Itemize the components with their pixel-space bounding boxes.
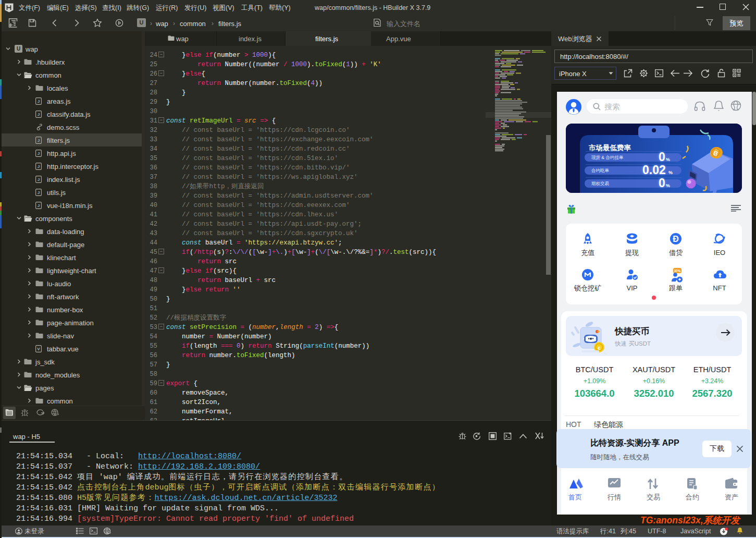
svg-text:J: J [38, 203, 40, 208]
svg-text:V: V [37, 347, 40, 351]
svg-text:J: J [38, 164, 40, 169]
svg-text:J: J [38, 138, 40, 143]
svg-text:%: % [666, 182, 670, 189]
svg-text:€: € [598, 345, 601, 351]
svg-text:%: % [666, 156, 670, 163]
svg-text:Đ: Đ [673, 235, 679, 243]
svg-text:J: J [38, 177, 40, 182]
svg-text:%: % [668, 169, 673, 176]
svg-text:J: J [38, 99, 40, 104]
svg-text:合约吃单: 合约吃单 [591, 168, 610, 174]
svg-text:30%: 30% [674, 269, 680, 273]
svg-text:期权交易: 期权交易 [591, 181, 609, 187]
svg-text:J: J [38, 151, 40, 156]
svg-text:市场最低费率: 市场最低费率 [588, 143, 631, 152]
svg-text:J: J [38, 190, 40, 195]
svg-text:J: J [38, 112, 40, 117]
svg-text:现货 & 合约挂单: 现货 & 合约挂单 [591, 155, 624, 161]
svg-text:0: 0 [659, 176, 665, 191]
